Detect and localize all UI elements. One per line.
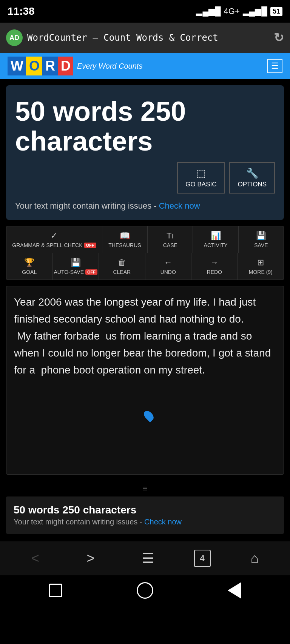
more-button[interactable]: ⊞ MORE (9) xyxy=(238,253,284,280)
stats-card: 50 words 250 characters ⬚ GO BASIC 🔧 OPT… xyxy=(6,85,284,220)
goal-label: GOAL xyxy=(22,269,37,275)
signal-icon: ▂▄▆█ xyxy=(196,6,221,16)
case-button[interactable]: Tı CASE xyxy=(148,226,193,253)
android-home-button[interactable] xyxy=(137,582,153,599)
case-icon: Tı xyxy=(167,231,174,241)
save-label: SAVE xyxy=(254,242,268,248)
redo-button[interactable]: → REDO xyxy=(191,253,238,280)
goal-button[interactable]: 🏆 GOAL xyxy=(6,253,53,280)
battery-icon: 51 xyxy=(270,7,282,16)
autosave-label: AUTO-SAVE OFF xyxy=(54,269,97,275)
toolbar-row-2: 🏆 GOAL 💾 AUTO-SAVE OFF 🗑 CLEAR ← UNDO → … xyxy=(6,253,284,280)
logo-w: W xyxy=(8,57,26,75)
logo-tagline: Every Word Counts xyxy=(77,62,142,71)
goal-icon: 🏆 xyxy=(24,258,34,267)
autosave-off-badge: OFF xyxy=(85,269,97,275)
scroll-indicator: ≡ xyxy=(0,481,290,496)
logo-d: D xyxy=(58,57,73,75)
redo-label: REDO xyxy=(207,269,222,275)
status-time: 11:38 xyxy=(8,5,35,17)
options-icon: 🔧 xyxy=(246,168,258,179)
save-icon: 💾 xyxy=(256,231,266,241)
undo-icon: ← xyxy=(164,258,172,267)
check-now-link[interactable]: Check now xyxy=(159,201,200,211)
thesaurus-button[interactable]: 📖 THESAURUS xyxy=(102,226,148,253)
menu-button[interactable]: ☰ xyxy=(134,547,162,570)
status-bar: 11:38 ▂▄▆█ 4G+ ▂▄▆█ 51 xyxy=(0,0,290,23)
save-button[interactable]: 💾 SAVE xyxy=(239,226,284,253)
android-nav-bar xyxy=(0,575,290,606)
undo-button[interactable]: ← UNDO xyxy=(145,253,192,280)
forward-button[interactable]: > xyxy=(79,547,102,570)
clear-icon: 🗑 xyxy=(118,258,126,267)
clear-button[interactable]: 🗑 CLEAR xyxy=(99,253,145,280)
site-header: W O R D Every Word Counts ☰ xyxy=(0,53,290,79)
ad-badge: AD xyxy=(6,29,23,46)
go-basic-icon: ⬚ xyxy=(196,168,206,179)
go-basic-button[interactable]: ⬚ GO BASIC xyxy=(177,162,225,194)
bottom-stats: 50 words 250 characters Your text might … xyxy=(6,496,284,534)
thesaurus-label: THESAURUS xyxy=(108,242,141,248)
tabs-button[interactable]: 4 xyxy=(194,550,211,567)
signal-icon-2: ▂▄▆█ xyxy=(243,6,267,16)
text-cursor xyxy=(142,409,155,423)
checkmark-icon: ✓ xyxy=(51,231,57,241)
browser-url[interactable]: WordCounter – Count Words & Correct xyxy=(27,32,269,43)
go-basic-label: GO BASIC xyxy=(185,181,216,188)
logo-r: R xyxy=(42,57,58,75)
refresh-icon[interactable]: ↻ xyxy=(274,31,284,45)
bottom-stats-count: 50 words 250 characters xyxy=(14,504,276,516)
editor-text[interactable]: Year 2006 was the longest year of my lif… xyxy=(14,294,276,378)
editor-area[interactable]: Year 2006 was the longest year of my lif… xyxy=(6,286,284,475)
grammar-spell-check-button[interactable]: ✓ GRAMMAR & SPELL CHECK OFF xyxy=(6,226,102,253)
status-icons: ▂▄▆█ 4G+ ▂▄▆█ 51 xyxy=(196,6,282,16)
more-icon: ⊞ xyxy=(257,258,264,267)
toolbar: ✓ GRAMMAR & SPELL CHECK OFF 📖 THESAURUS … xyxy=(6,226,284,280)
activity-icon: 📊 xyxy=(211,231,221,241)
home-button[interactable]: ⌂ xyxy=(243,547,266,570)
bottom-issues: Your text might contain writing issues -… xyxy=(14,518,276,526)
android-back-button[interactable] xyxy=(228,582,241,599)
case-label: CASE xyxy=(163,242,177,248)
nav-bar: < > ☰ 4 ⌂ xyxy=(0,541,290,575)
grammar-label: GRAMMAR & SPELL CHECK OFF xyxy=(12,242,96,248)
undo-label: UNDO xyxy=(160,269,176,275)
bottom-check-now-link[interactable]: Check now xyxy=(144,518,182,526)
autosave-button[interactable]: 💾 AUTO-SAVE OFF xyxy=(53,253,99,280)
clear-label: CLEAR xyxy=(113,269,131,275)
options-label: OPTIONS xyxy=(238,181,267,188)
site-logo: W O R D Every Word Counts xyxy=(8,57,142,75)
more-label: MORE (9) xyxy=(249,269,273,275)
thesaurus-icon: 📖 xyxy=(120,231,130,241)
activity-button[interactable]: 📊 ACTIVITY xyxy=(193,226,238,253)
grammar-off-badge: OFF xyxy=(84,243,96,248)
logo-o: O xyxy=(26,57,42,75)
back-button[interactable]: < xyxy=(24,547,47,570)
options-button[interactable]: 🔧 OPTIONS xyxy=(229,162,275,194)
browser-bar: AD WordCounter – Count Words & Correct ↻ xyxy=(0,23,290,53)
redo-icon: → xyxy=(210,258,219,267)
autosave-icon: 💾 xyxy=(71,258,81,267)
stats-actions: ⬚ GO BASIC 🔧 OPTIONS xyxy=(15,162,275,194)
toolbar-row-1: ✓ GRAMMAR & SPELL CHECK OFF 📖 THESAURUS … xyxy=(6,226,284,253)
hamburger-menu[interactable]: ☰ xyxy=(267,59,282,73)
network-type: 4G+ xyxy=(224,6,240,16)
android-recents-button[interactable] xyxy=(49,584,62,597)
activity-label: ACTIVITY xyxy=(204,242,228,248)
writing-issues: Your text might contain writing issues -… xyxy=(15,201,275,211)
stats-count: 50 words 250 characters xyxy=(15,97,275,156)
